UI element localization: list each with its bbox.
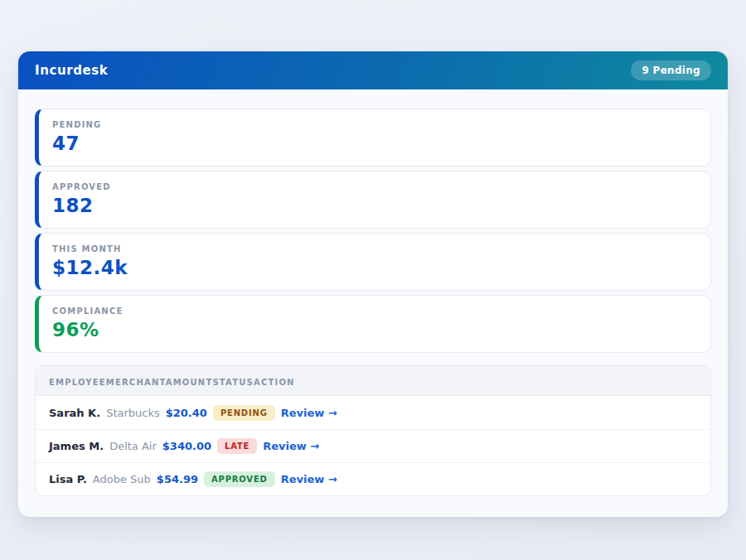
amount-value: $20.40	[166, 407, 207, 419]
merchant-name: Starbucks	[106, 407, 160, 419]
column-header-status: STATUS	[212, 378, 254, 387]
arrow-right-icon: →	[328, 407, 337, 419]
expense-table: EMPLOYEEMERCHANTAMOUNTSTATUSACTION Sarah…	[35, 365, 711, 496]
stat-label: THIS MONTH	[52, 244, 697, 253]
stat-label: APPROVED	[52, 182, 697, 191]
review-link-label: Review	[263, 440, 307, 452]
stat-label: COMPLIANCE	[52, 307, 697, 316]
page-background: Incurdesk 9 Pending PENDING 47 APPROVED …	[0, 0, 746, 560]
arrow-right-icon: →	[310, 440, 319, 452]
table-row: Sarah K. Starbucks $20.40 PENDING Review…	[36, 396, 710, 429]
app-body: PENDING 47 APPROVED 182 THIS MONTH $12.4…	[18, 89, 728, 517]
review-link-label: Review	[281, 407, 325, 419]
table-header-row: EMPLOYEEMERCHANTAMOUNTSTATUSACTION	[36, 366, 710, 396]
stat-value: 96%	[52, 319, 697, 340]
review-link-label: Review	[281, 473, 325, 485]
arrow-right-icon: →	[328, 473, 337, 485]
status-badge: LATE	[217, 438, 257, 454]
stat-card-this-month: THIS MONTH $12.4k	[35, 233, 711, 291]
app-header: Incurdesk 9 Pending	[18, 51, 728, 89]
status-badge: APPROVED	[204, 471, 275, 487]
employee-name: Sarah K.	[49, 407, 100, 419]
column-header-amount: AMOUNT	[166, 378, 213, 387]
table-row: James M. Delta Air $340.00 LATE Review →	[36, 429, 710, 462]
employee-name: Lisa P.	[49, 473, 87, 485]
employee-name: James M.	[49, 440, 104, 452]
stat-card-compliance: COMPLIANCE 96%	[35, 295, 711, 353]
table-row: Lisa P. Adobe Sub $54.99 APPROVED Review…	[36, 462, 710, 495]
pending-count-badge: 9 Pending	[631, 60, 711, 80]
stat-label: PENDING	[52, 120, 697, 129]
column-header-employee: EMPLOYEE	[49, 378, 106, 387]
stat-value: 47	[52, 133, 697, 154]
review-link[interactable]: Review →	[263, 440, 319, 452]
stat-value: $12.4k	[52, 257, 697, 278]
stat-value: 182	[52, 195, 697, 216]
review-link[interactable]: Review →	[281, 407, 337, 419]
review-link[interactable]: Review →	[281, 473, 337, 485]
app-title: Incurdesk	[35, 63, 108, 78]
app-window: Incurdesk 9 Pending PENDING 47 APPROVED …	[18, 51, 728, 517]
column-header-merchant: MERCHANT	[106, 378, 166, 387]
stat-card-approved: APPROVED 182	[35, 171, 711, 229]
status-badge: PENDING	[213, 405, 275, 421]
merchant-name: Adobe Sub	[93, 473, 151, 485]
column-header-action: ACTION	[254, 378, 295, 387]
amount-value: $340.00	[162, 440, 211, 452]
merchant-name: Delta Air	[109, 440, 157, 452]
stat-card-pending: PENDING 47	[35, 109, 711, 167]
amount-value: $54.99	[157, 473, 198, 485]
